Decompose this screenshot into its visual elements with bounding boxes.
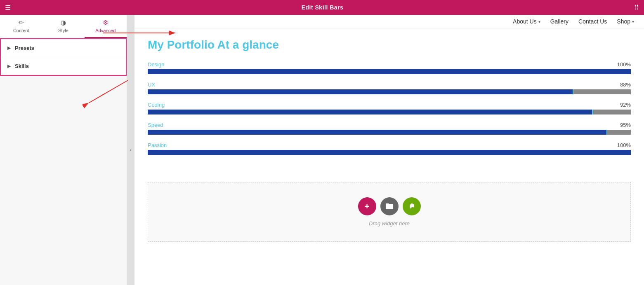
gear-icon: ⚙ — [103, 19, 108, 26]
skill-item: Speed95% — [148, 122, 631, 135]
skill-item: UX88% — [148, 82, 631, 94]
collapse-handle[interactable]: ‹ — [127, 15, 134, 285]
skill-bar-fill — [148, 150, 631, 155]
accordion-skills: ▶ Skills — [1, 57, 126, 75]
left-panel: ✏ Content ◑ Style ⚙ Advanced ▶ Presets — [0, 15, 127, 285]
about-dropdown-icon: ▾ — [538, 19, 540, 24]
top-bar: ☰ Edit Skill Bars ⠿ — [0, 0, 644, 15]
skill-percent: 88% — [620, 82, 631, 88]
skill-bar-fill — [148, 130, 606, 135]
skill-percent: 100% — [617, 61, 631, 68]
skill-bar-bg — [148, 150, 631, 155]
accordion-presets-header[interactable]: ▶ Presets — [1, 39, 126, 57]
svg-rect-1 — [386, 203, 389, 205]
tab-bar: ✏ Content ◑ Style ⚙ Advanced — [0, 15, 127, 38]
skill-bar-bg — [148, 130, 631, 135]
portfolio-section: My Portfolio At a glance Design100%UX88%… — [134, 28, 644, 172]
skills-label: Skills — [15, 63, 29, 69]
skill-item: Design100% — [148, 61, 631, 74]
skill-bar-bg — [148, 69, 631, 74]
panel-content: ▶ Presets ▶ Skills — [0, 38, 127, 285]
nav-gallery-label: Gallery — [550, 18, 569, 25]
skill-percent: 100% — [617, 142, 631, 148]
tab-style-label: Style — [58, 28, 68, 33]
skill-bar-bg — [148, 110, 631, 114]
top-nav: About Us ▾ Gallery Contact Us Shop ▾ — [134, 15, 644, 28]
skill-name: UX — [148, 82, 155, 88]
skill-bar-fill — [148, 89, 573, 94]
accordion-presets: ▶ Presets — [1, 39, 126, 57]
tab-content-label: Content — [13, 28, 29, 33]
skill-name: Design — [148, 61, 164, 68]
collapse-arrow-icon: ‹ — [130, 147, 132, 153]
drop-zone-buttons: + — [358, 197, 421, 215]
tab-advanced-label: Advanced — [95, 28, 116, 33]
right-content: About Us ▾ Gallery Contact Us Shop ▾ My … — [134, 15, 644, 285]
tab-style[interactable]: ◑ Style — [42, 15, 84, 38]
presets-label: Presets — [15, 45, 34, 51]
skill-name: Passion — [148, 142, 167, 148]
nav-gallery[interactable]: Gallery — [550, 18, 569, 25]
nav-about-label: About Us — [513, 18, 537, 25]
accordion-skills-header[interactable]: ▶ Skills — [1, 57, 126, 75]
skill-item: Passion100% — [148, 142, 631, 155]
nav-shop[interactable]: Shop ▾ — [617, 18, 634, 25]
widget-folder-button[interactable] — [380, 197, 399, 215]
skill-bar-indicator — [606, 130, 607, 135]
widget-leaf-button[interactable] — [403, 197, 421, 215]
skill-item: Coding92% — [148, 102, 631, 114]
main-layout: ✏ Content ◑ Style ⚙ Advanced ▶ Presets — [0, 15, 644, 285]
skill-bar-indicator — [592, 110, 593, 114]
skill-bars-container: Design100%UX88%Coding92%Speed95%Passion1… — [148, 61, 631, 155]
skill-bar-fill — [148, 69, 631, 74]
accordion-group: ▶ Presets ▶ Skills — [0, 38, 127, 76]
tab-content[interactable]: ✏ Content — [0, 15, 42, 38]
chevron-right-icon: ▶ — [7, 46, 11, 50]
nav-about[interactable]: About Us ▾ — [513, 18, 540, 25]
skill-bar-indicator — [573, 89, 573, 94]
nav-contact[interactable]: Contact Us — [578, 18, 607, 25]
skill-name: Coding — [148, 102, 165, 108]
add-widget-button[interactable]: + — [358, 197, 376, 215]
skill-bar-bg — [148, 89, 631, 94]
skill-percent: 95% — [620, 122, 631, 128]
half-circle-icon: ◑ — [61, 19, 66, 26]
skill-percent: 92% — [620, 102, 631, 108]
grid-icon[interactable]: ⠿ — [634, 4, 639, 12]
nav-contact-label: Contact Us — [578, 18, 607, 25]
drop-zone[interactable]: + Drag widget here — [148, 182, 631, 242]
skill-bar-fill — [148, 110, 592, 114]
nav-shop-label: Shop — [617, 18, 630, 25]
portfolio-title: My Portfolio At a glance — [148, 38, 631, 51]
hamburger-menu-icon[interactable]: ☰ — [5, 4, 11, 12]
top-bar-title: Edit Skill Bars — [302, 4, 344, 11]
tab-advanced[interactable]: ⚙ Advanced — [85, 15, 127, 38]
drop-zone-label: Drag widget here — [369, 220, 410, 227]
chevron-right-icon-2: ▶ — [7, 64, 11, 68]
skill-name: Speed — [148, 122, 163, 128]
pencil-icon: ✏ — [19, 19, 24, 26]
shop-dropdown-icon: ▾ — [632, 19, 634, 24]
